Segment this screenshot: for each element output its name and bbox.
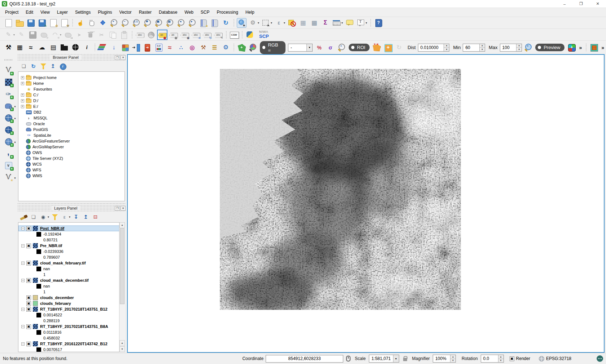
menu-item[interactable]: Vector bbox=[116, 9, 135, 16]
mouse-tracking-icon[interactable] bbox=[346, 356, 350, 361]
layer-row[interactable]: -0.0239336 bbox=[18, 249, 125, 254]
browser-refresh-button[interactable]: ↻ bbox=[29, 61, 38, 71]
scp-open-folder-button[interactable] bbox=[60, 43, 69, 52]
add-wms-layer-button[interactable]: + bbox=[4, 125, 13, 135]
dropdown-caret-icon[interactable]: ▾ bbox=[14, 141, 16, 144]
map-canvas[interactable] bbox=[127, 54, 605, 353]
browser-item[interactable]: + Project home bbox=[18, 75, 125, 80]
separator[interactable] bbox=[369, 18, 372, 28]
browser-collapse-all-button[interactable]: ↥ bbox=[48, 61, 57, 71]
menu-item[interactable]: Web bbox=[181, 9, 197, 16]
scp-import-button[interactable] bbox=[131, 43, 141, 52]
scp-spectral-plot-button[interactable]: ≈ bbox=[165, 43, 175, 52]
layer-row[interactable]: 0.0014522 bbox=[18, 312, 125, 318]
scp-scatter-plot-button[interactable]: ∴ bbox=[176, 43, 186, 52]
spin-up-icon[interactable]: ▲ bbox=[480, 44, 485, 48]
select-by-expression-button[interactable]: ε ▾ bbox=[274, 18, 285, 28]
spin-up-icon[interactable]: ▲ bbox=[516, 44, 522, 48]
separator[interactable] bbox=[240, 30, 244, 40]
zoom-full-button[interactable]: ✥ bbox=[143, 18, 152, 28]
zoom-last-button[interactable]: ◂ bbox=[176, 18, 186, 28]
log-messages-icon[interactable] bbox=[597, 355, 603, 362]
spin-buttons[interactable]: ▲▼ bbox=[516, 44, 522, 51]
toolbar-expand-button[interactable]: » bbox=[601, 45, 604, 51]
rotation-spinbox[interactable]: 0.0 ▲▼ bbox=[481, 355, 504, 363]
open-attribute-table-button[interactable]: ▦ bbox=[298, 18, 308, 28]
layer-row[interactable]: − ✖ cloud_mask_december.tif bbox=[18, 277, 125, 283]
menu-item[interactable]: Edit bbox=[22, 9, 37, 16]
scrollbar-thumb[interactable] bbox=[120, 228, 125, 304]
panel-close-button[interactable]: ✕ bbox=[121, 206, 126, 211]
toggle-editing-button[interactable]: ✎ bbox=[17, 30, 26, 40]
change-label-button[interactable]: abc ✎ bbox=[213, 30, 223, 40]
panel-float-button[interactable]: ❐ bbox=[115, 206, 120, 211]
new-temporary-layer-button[interactable]: V ✳ ▾ bbox=[4, 172, 13, 182]
scp-create-roi-polygon-button[interactable] bbox=[237, 43, 247, 52]
show-hide-labels-button[interactable]: abc ◉ bbox=[180, 30, 189, 40]
touch-zoom-pan-button[interactable]: ☝ bbox=[75, 18, 85, 28]
dropdown-caret-icon[interactable]: ▾ bbox=[60, 33, 61, 36]
tree-expander-icon[interactable]: − bbox=[21, 325, 25, 328]
expand-all-button[interactable]: ↧ bbox=[71, 212, 80, 222]
panel-float-button[interactable]: ❐ bbox=[115, 55, 120, 60]
tree-expander-icon[interactable]: − bbox=[21, 227, 25, 230]
add-mssql-layer-button[interactable]: + ▾ bbox=[4, 113, 13, 123]
zoom-next-button[interactable]: ▸ bbox=[187, 18, 197, 28]
menu-item[interactable]: Raster bbox=[135, 9, 155, 16]
separator[interactable] bbox=[232, 43, 235, 52]
copy-features-button[interactable] bbox=[108, 30, 118, 40]
layer-row[interactable]: nan bbox=[18, 283, 125, 289]
pan-map-button[interactable] bbox=[87, 18, 96, 28]
select-features-button[interactable]: ▾ bbox=[261, 18, 273, 28]
browser-item[interactable]: + D:/ bbox=[18, 98, 125, 104]
scp-signature-percent-button[interactable]: % bbox=[314, 43, 324, 52]
browser-item[interactable]: + WMS bbox=[18, 173, 125, 179]
coordinate-input[interactable]: 854912,6028233 bbox=[266, 355, 343, 363]
epsg-code[interactable]: EPSG:32718 bbox=[546, 356, 571, 361]
dropdown-caret-icon[interactable]: ▾ bbox=[69, 215, 70, 219]
browser-item[interactable]: + WCS bbox=[18, 161, 125, 167]
pan-to-selection-button[interactable]: ✥ bbox=[98, 18, 108, 28]
zoom-native-button[interactable]: 1:1 bbox=[131, 18, 141, 28]
layer-row[interactable]: 0.458032 bbox=[18, 335, 125, 341]
layers-scrollbar[interactable]: ▲ ▲ ▼ bbox=[119, 222, 125, 352]
browser-item[interactable]: + DB2 DB2 bbox=[18, 109, 125, 115]
scp-classification-button[interactable] bbox=[98, 43, 108, 52]
remove-layer-button[interactable]: ⊟ bbox=[91, 212, 100, 222]
spin-down-icon[interactable]: ▼ bbox=[480, 48, 485, 51]
scale-combo[interactable]: 1:581,071 ▾ bbox=[369, 355, 399, 363]
deselect-all-button[interactable] bbox=[287, 18, 297, 28]
toolbar-grip[interactable] bbox=[4, 59, 12, 61]
layer-row[interactable]: 0.80721 bbox=[18, 237, 125, 243]
dropdown-caret-icon[interactable]: ▾ bbox=[13, 33, 15, 36]
scp-download-images-button[interactable]: ↓ bbox=[109, 43, 119, 52]
rotate-label-button[interactable]: abc ↻ bbox=[202, 30, 212, 40]
scroll-down-icon[interactable]: ▼ bbox=[119, 346, 125, 352]
tree-expander-icon[interactable]: − bbox=[21, 262, 25, 265]
layer-row[interactable]: -0.192404 bbox=[18, 231, 125, 237]
collapse-all-button[interactable]: ↥ bbox=[81, 212, 90, 222]
scp-maintenance-button[interactable]: ⚒ bbox=[199, 43, 208, 52]
dropdown-caret-icon[interactable]: ▾ bbox=[14, 105, 16, 108]
browser-item[interactable]: + ArcGisMapServer bbox=[18, 144, 125, 150]
scp-export-button[interactable] bbox=[143, 43, 152, 52]
browser-item[interactable]: + E:/ bbox=[18, 104, 125, 109]
layer-row[interactable]: 0.288119 bbox=[18, 318, 125, 324]
layer-row[interactable]: − ✖ Pre_NBR.tif bbox=[18, 243, 125, 249]
field-calculator-button[interactable]: ▩ bbox=[309, 18, 319, 28]
zoom-in-button[interactable]: + bbox=[109, 18, 119, 28]
add-delimited-text-button[interactable]: , + bbox=[4, 149, 13, 158]
tree-expander-icon[interactable]: + bbox=[21, 82, 24, 85]
separator[interactable] bbox=[71, 18, 74, 28]
browser-item[interactable]: + ★ Favourites bbox=[18, 86, 125, 92]
menu-item[interactable]: Project bbox=[1, 9, 22, 16]
scp-min-spinbox[interactable]: 60 ▲▼ bbox=[463, 44, 485, 52]
dropdown-caret-icon[interactable]: ▾ bbox=[341, 21, 343, 25]
zoom-to-layer-button[interactable]: ▤ bbox=[165, 18, 175, 28]
browser-item[interactable]: + ◗ MSSQL bbox=[18, 115, 125, 121]
browser-item[interactable]: + ✑ SpatiaLite bbox=[18, 132, 125, 138]
browser-item[interactable]: + ArcGisFeatureServer bbox=[18, 138, 125, 144]
scp-classification-grid-button[interactable] bbox=[589, 43, 599, 52]
spin-buttons[interactable]: ▲▼ bbox=[479, 44, 485, 51]
add-feature-button[interactable]: ✳ bbox=[39, 30, 49, 40]
